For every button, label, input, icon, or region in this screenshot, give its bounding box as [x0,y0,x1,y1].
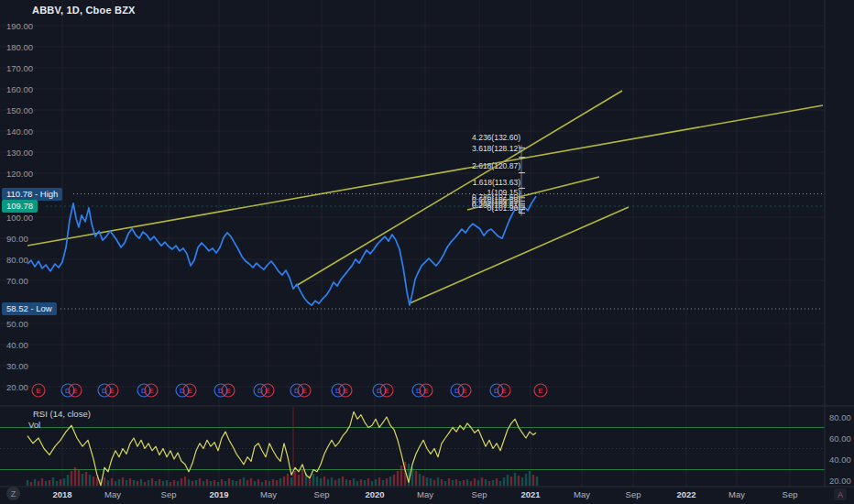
price-tick-label: 130.00 [6,148,33,158]
volume-indicator-label[interactable]: Vol [28,420,40,430]
price-tick-label: 40.00 [6,340,28,350]
dividend-earnings-marker[interactable]: DE [290,384,311,397]
fib-level-label: 4.236(132.60) [472,133,520,142]
svg-text:E: E [462,387,466,395]
time-tick-label: 2021 [520,489,540,499]
price-tick-label: 70.00 [6,276,28,286]
price-tick-label: 120.00 [6,169,33,179]
svg-text:E: E [72,387,77,395]
chart-canvas[interactable]: EDEDEDEDEDEDEDEDEDEDEDEDEE [0,0,854,504]
time-tick-label: May [104,489,121,499]
time-tick-label: 2018 [52,489,71,499]
price-tick-label: 20.00 [6,382,28,392]
fib-level-label: 1.618(113.63) [473,178,520,187]
svg-text:E: E [423,387,428,395]
dividend-earnings-marker[interactable]: DE [490,384,510,397]
dividend-earnings-marker[interactable]: DE [61,384,82,397]
price-tick-label: 140.00 [6,126,33,137]
price-tick-label: 180.00 [6,42,33,52]
low-price-label: 58.52 - Low [2,302,57,315]
chart-window: EDEDEDEDEDEDEDEDEDEDEDEDEE ABBV, 1D, Cbo… [0,0,854,504]
dividend-earnings-marker[interactable]: DE [137,384,158,397]
svg-text:E: E [538,387,542,395]
a-corner-badge[interactable]: A [834,488,847,500]
dividend-earnings-marker[interactable]: DE [254,384,274,397]
time-tick-label: Sep [314,489,330,499]
z-logo-badge[interactable]: Z [6,487,20,500]
dividend-earnings-marker[interactable]: DE [373,384,393,397]
price-tick-label: 190.00 [6,21,33,31]
dividend-earnings-marker[interactable]: DE [451,384,471,397]
time-tick-label: May [728,489,745,499]
svg-text:E: E [36,387,40,395]
time-tick-label: May [417,489,433,499]
dividend-earnings-marker[interactable]: DE [412,384,432,397]
earnings-marker[interactable]: E [534,384,547,397]
rsi-scale-label: 60.00 [829,433,851,444]
fib-level-label: 0(101.90) [487,203,520,213]
time-tick-label: Sep [161,489,177,499]
symbol-title[interactable]: ABBV, 1D, Cboe BZX [32,5,136,16]
svg-text:E: E [343,387,347,395]
rsi-scale-label: 40.00 [829,455,851,465]
price-tick-label: 170.00 [6,63,33,73]
dividend-earnings-marker[interactable]: DE [98,384,118,397]
time-tick-label: 2020 [365,489,384,499]
dividend-earnings-marker[interactable]: DE [176,384,196,397]
svg-text:E: E [148,387,153,395]
rsi-scale-label: 80.00 [829,412,851,422]
time-tick-label: May [260,489,277,499]
price-tick-label: 50.00 [6,319,28,329]
earnings-marker[interactable]: E [32,384,45,397]
price-tick-label: 80.00 [6,255,28,265]
price-tick-label: 160.00 [6,84,33,94]
rsi-scale-label: 20.00 [829,476,851,486]
fib-level-label: 2.618(120.87) [472,161,520,170]
time-tick-label: 2022 [676,489,695,499]
price-tick-label: 90.00 [6,234,28,244]
time-tick-label: 2019 [209,489,228,499]
fib-level-label: 3.618(128.12) [472,144,520,153]
rsi-indicator-label[interactable]: RSI (14, close) [33,409,91,419]
svg-text:E: E [225,387,230,395]
time-tick-label: Sep [472,489,487,499]
price-tick-label: 30.00 [6,361,28,371]
price-tick-label: 150.00 [6,105,33,115]
price-tick-label: 100.00 [6,213,33,223]
dividend-earnings-marker[interactable]: DE [332,384,352,397]
time-tick-label: May [574,489,590,499]
last-price-label: 109.78 [2,200,38,213]
svg-text:E: E [265,387,269,395]
svg-text:E: E [187,387,192,395]
svg-text:E: E [109,387,114,395]
svg-text:E: E [384,387,389,395]
svg-text:E: E [301,387,306,395]
time-tick-label: Sep [783,489,798,499]
time-tick-label: Sep [626,489,641,499]
dividend-earnings-marker[interactable]: DE [214,384,235,397]
high-price-label: 110.78 - High [2,188,62,201]
svg-text:E: E [501,387,506,395]
